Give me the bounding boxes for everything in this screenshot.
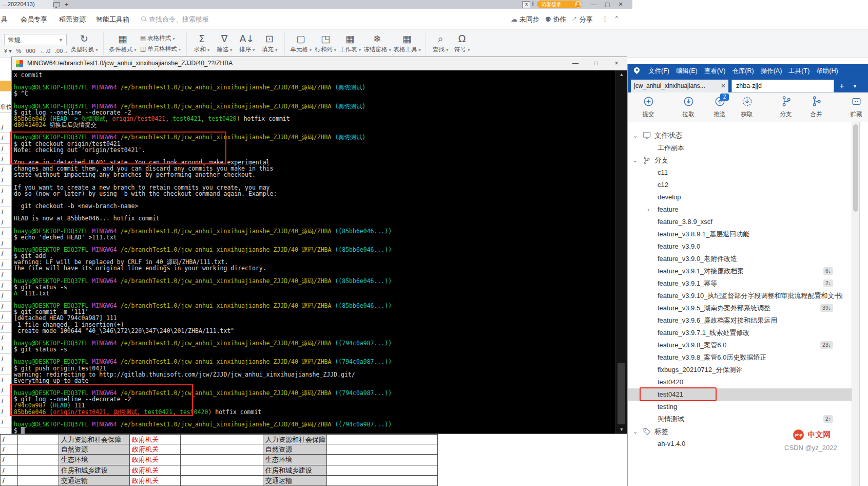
table-cell[interactable]: [181, 476, 263, 486]
table-cell[interactable]: [327, 444, 438, 455]
ribbon-small-button[interactable]: ¥ ▾: [4, 48, 12, 54]
row-slash-cell[interactable]: /: [0, 343, 11, 353]
sidebar-item-feature_v3.8.9.1_基层退回功能[interactable]: feature_v3.8.9.1_基层退回功能: [628, 228, 852, 240]
ribbon-small-button[interactable]: .00→: [55, 48, 68, 54]
guest-login-button[interactable]: 访客登录: [537, 1, 582, 8]
row-slash-cell[interactable]: /: [0, 123, 11, 133]
tab-list-dropdown-icon[interactable]: ▾: [854, 80, 856, 92]
sidebar-item-test0420[interactable]: test0420: [628, 376, 852, 388]
table-cell[interactable]: 住房和城乡建设: [263, 465, 327, 476]
table-cell[interactable]: 政府机关: [130, 476, 181, 486]
row-slash-cell[interactable]: /: [0, 196, 11, 207]
table-cell[interactable]: [18, 455, 59, 465]
row-slash-cell[interactable]: /: [0, 281, 11, 291]
terminal-scrollbar[interactable]: ▲ ▼: [615, 70, 627, 434]
chevron-right-icon[interactable]: ›: [647, 203, 649, 216]
row-slash-cell[interactable]: /: [0, 333, 11, 343]
collaborate-action[interactable]: ⚉ 协作: [545, 15, 566, 24]
row-slash-cell[interactable]: /: [0, 249, 11, 259]
present-screen-icon[interactable]: [53, 2, 60, 7]
sidebar-scroll-thumb[interactable]: [853, 124, 858, 212]
wps-menu-具[interactable]: 具: [1, 15, 8, 24]
sidebar-scrollbar[interactable]: [852, 122, 859, 486]
sidebar-item-feature_v3.9.0_老附件改造[interactable]: feature_v3.9.0_老附件改造: [628, 253, 852, 265]
ribbon-button-工作表[interactable]: ▦工作表 ▾: [338, 31, 362, 57]
toolbar-贮藏-button[interactable]: 贮藏: [843, 95, 868, 118]
table-cell[interactable]: [18, 465, 59, 476]
sidebar-item-feature_v3.9.1_对接廉政档案[interactable]: feature_v3.9.1_对接廉政档案6↓: [628, 265, 852, 277]
st-menu-帮助(H)[interactable]: 帮助(H): [816, 67, 838, 76]
toolbar-分支-button[interactable]: 分支: [773, 95, 799, 118]
terminal-output[interactable]: x commithuayu@DESKTOP-EDQ37FL MINGW64 /e…: [12, 70, 615, 434]
table-cell[interactable]: [181, 444, 263, 455]
unit-header-cell[interactable]: 单位: [0, 102, 11, 113]
sidebar-item-feature[interactable]: ›feature: [628, 203, 852, 216]
command-search-box[interactable]: 查找命令、搜索模板: [141, 15, 209, 24]
sidebar-item-feature_v3.9.6_廉政档案对接和结果运用[interactable]: feature_v3.9.6_廉政档案对接和结果运用: [628, 314, 852, 327]
wps-close-button[interactable]: ✕: [615, 0, 626, 8]
table-cell[interactable]: /: [0, 465, 18, 476]
ribbon-button-类型转换[interactable]: ↻类型转换 ▾: [69, 31, 100, 57]
table-cell[interactable]: 住房和城乡建设: [59, 465, 130, 476]
table-cell[interactable]: [18, 476, 59, 486]
sidebar-item-fixbugs_20210712_分保测评[interactable]: fixbugs_20210712_分保测评: [628, 364, 852, 376]
st-menu-编辑(E)[interactable]: 编辑(E): [676, 67, 698, 76]
table-cell[interactable]: 自然资源: [59, 444, 130, 455]
sidebar-item-test0421[interactable]: test0421: [628, 388, 852, 401]
row-slash-cell[interactable]: /: [0, 154, 11, 164]
sidebar-item-feature_v3.9.8_案管6.0[interactable]: feature_v3.9.8_案管6.023↓: [628, 339, 852, 351]
table-cell[interactable]: /: [0, 444, 18, 455]
repo-tab-jcw-anhui[interactable]: jcw_anhui_xinxihuajians... ✕: [631, 80, 728, 92]
terminal-maximize-button[interactable]: □: [586, 57, 606, 70]
terminal-titlebar[interactable]: MINGW64:/e/branchTest1.0/jcw_anhui_xinxi…: [12, 57, 627, 70]
ribbon-small-button[interactable]: %: [16, 48, 22, 54]
row-slash-cell[interactable]: /: [0, 186, 11, 196]
new-document-tab-button[interactable]: +: [65, 0, 69, 9]
highlighted-row-cell[interactable]: [0, 81, 11, 91]
ribbon-button-符号[interactable]: Ω符号 ▾: [451, 31, 473, 57]
sourcetree-titlebar[interactable]: 文件(F)编辑(E)查看(V)仓库(R)操作(A)工具(T)帮助(H): [628, 64, 868, 78]
row-slash-cell[interactable]: /: [0, 406, 11, 417]
sidebar-item-feature_v3.9.5_湖南办案外部系统调整[interactable]: feature_v3.9.5_湖南办案外部系统调整39↓: [628, 302, 852, 314]
st-menu-仓库(R)[interactable]: 仓库(R): [732, 67, 754, 76]
table-cell[interactable]: 人力资源和社会保障: [263, 434, 327, 444]
table-cell[interactable]: 交通运输: [263, 476, 327, 486]
row-slash-cell[interactable]: /: [0, 238, 11, 249]
sidebar-item-feature_v3.9.8_案管6.0历史数据矫正[interactable]: feature_v3.9.8_案管6.0历史数据矫正: [628, 351, 852, 364]
row-slash-cell[interactable]: /: [0, 175, 11, 185]
table-cell[interactable]: 自然资源: [263, 444, 327, 455]
table-cell[interactable]: [18, 434, 59, 444]
sidebar-item-feature_3.8.9_xscf[interactable]: feature_3.8.9_xscf: [628, 216, 852, 228]
table-cell[interactable]: 政府机关: [130, 434, 181, 444]
terminal-minimize-button[interactable]: —: [565, 57, 586, 70]
ribbon-small-button[interactable]: ←.0: [40, 48, 50, 54]
scroll-down-icon[interactable]: ▼: [616, 425, 627, 434]
sidebar-section-文件状态[interactable]: ⌄文件状态: [628, 129, 852, 142]
table-cell[interactable]: [181, 465, 263, 476]
table-cell[interactable]: [327, 476, 438, 486]
row-slash-cell[interactable]: /: [0, 417, 11, 427]
row-slash-cell[interactable]: /: [0, 165, 11, 175]
row-slash-cell[interactable]: /: [0, 270, 11, 280]
sidebar-item-develop[interactable]: develop: [628, 191, 852, 203]
table-cell[interactable]: 人力资源和社会保障: [59, 434, 130, 444]
wps-minimize-button[interactable]: —: [588, 0, 600, 8]
sidebar-item-feature_v3.9.7.1_线索处置修改[interactable]: feature_v3.9.7.1_线索处置修改: [628, 327, 852, 339]
row-slash-cell[interactable]: /: [0, 354, 11, 364]
ribbon-button-行和列[interactable]: ◳行和列 ▾: [313, 31, 338, 57]
ribbon-button-求和[interactable]: Σ求和 ▾: [190, 31, 213, 57]
table-cell[interactable]: /: [0, 476, 18, 486]
ribbon-button-表格样式[interactable]: ▤表格样式 ▾: [140, 34, 181, 42]
ribbon-button-筛选[interactable]: ∇筛选 ▾: [213, 31, 236, 57]
table-cell[interactable]: [327, 455, 438, 465]
ribbon-button-排序[interactable]: A↓排序 ▾: [236, 31, 258, 57]
chevron-down-icon[interactable]: ⌄: [633, 425, 638, 438]
table-cell[interactable]: 政府机关: [130, 465, 181, 476]
table-cell[interactable]: [18, 444, 59, 455]
number-format-dropdown[interactable]: 常规 ▼: [4, 34, 67, 45]
table-cell[interactable]: 生态环境: [263, 455, 327, 465]
ribbon-button-条件格式[interactable]: ▦条件格式 ▾: [107, 31, 138, 57]
new-repo-tab-button[interactable]: +: [839, 80, 844, 92]
toolbar-提交-button[interactable]: 提交: [635, 95, 662, 118]
toolbar-合并-button[interactable]: 合并: [803, 95, 830, 118]
